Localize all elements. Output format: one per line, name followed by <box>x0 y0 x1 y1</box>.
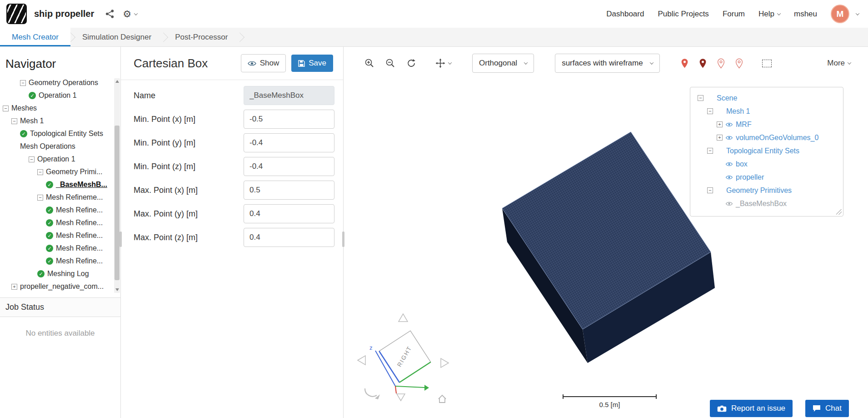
visibility-eye-icon[interactable] <box>725 201 733 206</box>
navigator-tree-item[interactable]: Geometry Primi... <box>0 166 113 178</box>
tree-expander-icon[interactable] <box>37 169 43 175</box>
avatar[interactable]: M <box>831 5 849 23</box>
navigator-tree-item[interactable]: Mesh Operations <box>0 140 113 153</box>
gizmo-rotate-up-arrow[interactable] <box>399 314 408 322</box>
share-button[interactable] <box>102 6 117 21</box>
navigator-tree-item[interactable]: Mesh 1 <box>0 115 113 127</box>
workflow-tab[interactable]: Simulation Designer <box>70 28 163 46</box>
scene-tree-item[interactable]: Mesh 1 <box>690 105 843 118</box>
probe-pin-filled-button[interactable] <box>679 56 690 71</box>
job-status-header[interactable]: Job Status <box>0 297 120 317</box>
scene-tree-item[interactable]: propeller <box>690 171 843 184</box>
probe-pin-dark-button[interactable] <box>697 56 708 71</box>
tree-expander-icon[interactable] <box>698 95 703 101</box>
field-input[interactable] <box>244 110 334 129</box>
project-settings-button[interactable] <box>120 6 140 21</box>
tree-expander-icon[interactable] <box>20 80 26 86</box>
workflow-tab[interactable]: Mesh Creator <box>0 28 70 46</box>
navigator-tree-item[interactable]: Topological Entity Sets <box>0 127 113 140</box>
resize-grip-icon[interactable] <box>836 209 842 215</box>
scrollbar-up-arrow[interactable] <box>115 80 119 83</box>
navigator-tree-item[interactable]: Operation 1 <box>0 153 113 166</box>
workflow-tab[interactable]: Post-Processor <box>163 28 239 46</box>
scene-tree-item[interactable]: Topological Entity Sets <box>690 144 843 157</box>
field-input[interactable] <box>244 181 334 200</box>
scene-tree-item[interactable]: volumeOnGeoVolumes_0 <box>690 131 843 144</box>
navigator-tree-item[interactable]: Meshes <box>0 102 113 115</box>
field-input[interactable] <box>244 157 334 176</box>
scrollbar-thumb[interactable] <box>115 126 120 280</box>
chat-button[interactable]: Chat <box>805 400 849 417</box>
more-button[interactable]: More <box>827 59 851 68</box>
reset-view-button[interactable] <box>404 56 418 70</box>
tree-expander-icon[interactable] <box>707 187 713 193</box>
navigator-tree-item[interactable]: _BaseMeshB... <box>0 178 113 191</box>
tree-expander-icon[interactable] <box>11 118 17 124</box>
scene-tree-item[interactable]: Geometry Primitives <box>690 184 843 197</box>
navigator-tree-item[interactable]: Operation 1 <box>0 89 113 102</box>
scene-tree-item[interactable]: Scene <box>690 91 843 105</box>
tree-expander-icon[interactable] <box>29 156 35 162</box>
header-nav-link[interactable]: Help <box>758 10 780 19</box>
field-input[interactable] <box>244 204 334 223</box>
navigator-tree-item[interactable]: Mesh Refine... <box>0 217 113 229</box>
panel-resize-handle[interactable] <box>120 232 122 247</box>
tree-expander-icon[interactable] <box>717 121 723 127</box>
scene-item-label: Scene <box>717 94 737 102</box>
chevron-down-icon <box>856 11 859 15</box>
show-button[interactable]: Show <box>241 54 286 72</box>
form-field-row: Min. Point (x) [m] <box>121 107 343 131</box>
navigator-tree-item[interactable]: Meshing Log <box>0 267 113 280</box>
field-input[interactable] <box>244 86 334 105</box>
header-nav-link[interactable]: Public Projects <box>658 10 708 19</box>
header-nav-link[interactable]: Dashboard <box>606 10 644 19</box>
pan-tool-button[interactable] <box>434 56 453 70</box>
gizmo-rotate-down-arrow[interactable] <box>397 394 405 401</box>
gizmo-rotate-right-arrow[interactable] <box>441 358 449 368</box>
zoom-out-button[interactable] <box>384 56 397 70</box>
visibility-eye-icon[interactable] <box>725 161 733 167</box>
username[interactable]: msheu <box>794 10 817 19</box>
probe-pin-outline-button[interactable] <box>715 56 727 71</box>
zoom-in-button[interactable] <box>363 56 376 70</box>
scene-tree-item[interactable]: _BaseMeshBox <box>690 197 843 210</box>
navigator-tree-item[interactable]: Mesh Refine... <box>0 204 113 217</box>
user-menu[interactable]: M <box>831 5 859 23</box>
navigator-tree-item[interactable]: propeller_negative_com... <box>0 280 113 293</box>
viewport-canvas[interactable]: Orthogonal surfaces with wireframe <box>344 47 868 418</box>
home-icon[interactable] <box>439 395 446 403</box>
navigator-tree-item[interactable]: Mesh Refineme... <box>0 191 113 204</box>
gizmo-rotate-ccw-arrow[interactable] <box>365 388 377 397</box>
orientation-gizmo[interactable]: RIGHT z <box>355 295 469 413</box>
scrollbar-down-arrow[interactable] <box>115 288 119 291</box>
projection-dropdown[interactable]: Orthogonal <box>472 54 534 73</box>
render-mode-dropdown[interactable]: surfaces with wireframe <box>555 54 660 73</box>
scene-tree-item[interactable]: MRF <box>690 118 843 131</box>
navigator-tree-item[interactable]: Mesh Refine... <box>0 255 113 267</box>
tree-expander-icon[interactable] <box>37 195 43 201</box>
gizmo-rotate-left-arrow[interactable] <box>358 356 365 365</box>
navigator-scrollbar[interactable] <box>114 78 120 293</box>
save-button[interactable]: Save <box>291 55 333 72</box>
visibility-eye-icon[interactable] <box>725 122 733 127</box>
tree-expander-icon[interactable] <box>707 108 713 114</box>
navigator-tree-item[interactable]: Mesh Refine... <box>0 229 113 242</box>
report-issue-button[interactable]: Report an issue <box>710 400 793 417</box>
probe-pin-outline-button[interactable] <box>733 56 745 71</box>
tree-expander-icon[interactable] <box>11 284 17 290</box>
scene-tree-item[interactable]: box <box>690 157 843 171</box>
gizmo-cube-face[interactable]: RIGHT <box>379 331 430 382</box>
navigator-tree-item[interactable]: Geometry Operations <box>0 76 113 89</box>
navigator-tree-item[interactable]: Mesh Refine... <box>0 242 113 255</box>
tree-expander-icon[interactable] <box>707 148 713 154</box>
field-input[interactable] <box>244 133 334 152</box>
header-nav-link[interactable]: Forum <box>723 10 745 19</box>
visibility-eye-icon[interactable] <box>725 175 733 180</box>
box-select-button[interactable] <box>760 58 773 69</box>
tree-expander-icon[interactable] <box>3 106 9 111</box>
app-logo[interactable] <box>6 4 27 24</box>
panel-resize-handle[interactable] <box>342 232 344 247</box>
tree-expander-icon[interactable] <box>717 135 723 141</box>
visibility-eye-icon[interactable] <box>725 135 733 141</box>
field-input[interactable] <box>244 228 334 247</box>
